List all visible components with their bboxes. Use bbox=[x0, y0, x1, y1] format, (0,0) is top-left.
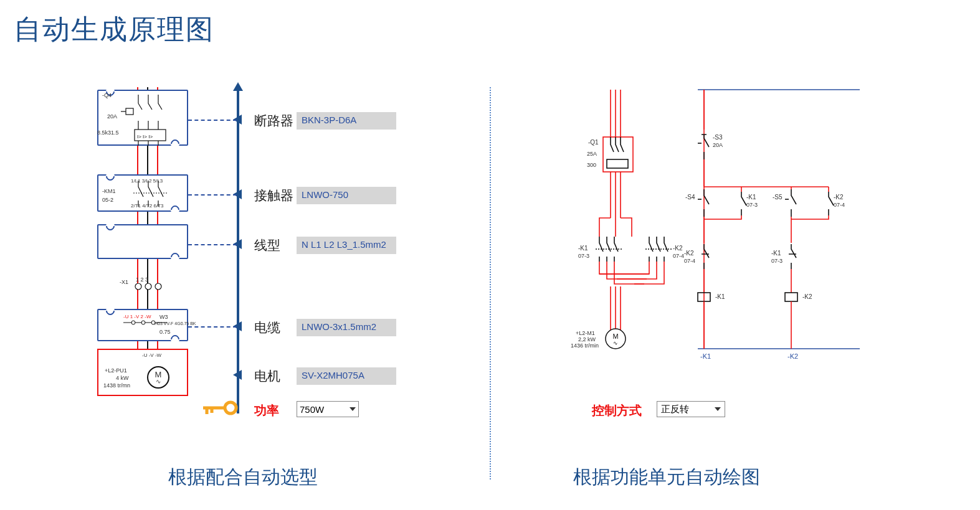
svg-text:07-3: 07-3 bbox=[746, 202, 758, 208]
connector-line bbox=[188, 194, 237, 196]
svg-text:I> I> I>: I> I> I> bbox=[137, 134, 153, 139]
terminal-pins: 1 2 3 bbox=[136, 276, 148, 283]
key-icon bbox=[201, 399, 238, 417]
svg-rect-16 bbox=[785, 293, 797, 301]
left-caption: 根据配合自动选型 bbox=[168, 465, 318, 490]
svg-text:1436 tr/min: 1436 tr/min bbox=[571, 342, 599, 349]
value-cable: LNWO-3x1.5mm2 bbox=[297, 319, 396, 336]
vertical-divider bbox=[490, 87, 491, 479]
svg-text:-Q1: -Q1 bbox=[588, 139, 599, 146]
svg-point-7 bbox=[141, 321, 145, 324]
svg-text:07-3: 07-3 bbox=[578, 253, 589, 259]
wiretype-symbol bbox=[97, 224, 188, 259]
right-caption: 根据功能单元自动绘图 bbox=[573, 465, 760, 490]
svg-text:-K2: -K2 bbox=[787, 352, 798, 360]
svg-text:-K2: -K2 bbox=[673, 245, 683, 252]
power-label: 功率 bbox=[254, 402, 279, 419]
motor-power: 4 kW bbox=[116, 375, 129, 381]
control-select[interactable]: 正反转 bbox=[657, 401, 725, 417]
label-motor: 电机 bbox=[254, 367, 280, 385]
terminal-symbol: -X1 1 2 3 bbox=[121, 279, 171, 294]
svg-text:07-4: 07-4 bbox=[684, 258, 695, 264]
svg-point-4 bbox=[145, 283, 151, 290]
svg-text:M: M bbox=[612, 333, 618, 340]
svg-rect-0 bbox=[126, 108, 133, 115]
contactor-symbol: -KM1 05-2 1/L1 3/L2 5/L3 2/T1 4/T2 6/T3 bbox=[97, 174, 188, 212]
tick-icon bbox=[233, 370, 242, 380]
connector-line bbox=[188, 326, 237, 328]
svg-rect-11 bbox=[607, 159, 628, 168]
svg-text:25A: 25A bbox=[587, 151, 597, 157]
cable-symbol: -U 1 -V 2 -W W3 H03 VV-F 4G0.75 BK 0.75 bbox=[97, 309, 188, 341]
svg-text:-K1: -K1 bbox=[700, 352, 711, 360]
motor-m: M bbox=[155, 371, 162, 379]
value-breaker: BKN-3P-D6A bbox=[297, 112, 396, 130]
power-select[interactable]: 750W bbox=[297, 401, 359, 417]
svg-text:-K2: -K2 bbox=[834, 194, 844, 201]
svg-point-6 bbox=[131, 321, 135, 324]
svg-text:+L2-M1: +L2-M1 bbox=[576, 330, 595, 336]
connector-line bbox=[188, 244, 237, 245]
svg-text:-K1: -K1 bbox=[771, 250, 781, 257]
svg-text:-S4: -S4 bbox=[685, 194, 695, 201]
svg-point-3 bbox=[135, 283, 141, 290]
connector-line bbox=[188, 120, 237, 121]
svg-text:-K1: -K1 bbox=[715, 293, 725, 300]
control-schematic: M ∿ bbox=[548, 87, 872, 374]
value-contactor: LNWO-750 bbox=[297, 187, 396, 204]
svg-text:300: 300 bbox=[587, 162, 596, 168]
svg-text:-K2: -K2 bbox=[802, 293, 812, 300]
svg-point-9 bbox=[225, 402, 236, 413]
svg-text:07-3: 07-3 bbox=[771, 258, 783, 264]
motor-icon: M ∿ bbox=[147, 366, 169, 389]
control-value: 正反转 bbox=[661, 404, 689, 415]
label-wiretype: 线型 bbox=[254, 237, 280, 254]
value-motor: SV-X2MH075A bbox=[297, 367, 396, 385]
svg-text:07-4: 07-4 bbox=[834, 202, 845, 208]
motor-ref: +L2-PU1 bbox=[105, 367, 127, 374]
axis-line bbox=[237, 90, 239, 413]
chevron-down-icon bbox=[350, 407, 356, 411]
label-contactor: 接触器 bbox=[254, 187, 293, 204]
label-cable: 电缆 bbox=[254, 319, 280, 336]
svg-point-8 bbox=[151, 321, 155, 324]
motor-symbol: +L2-PU1 4 kW 1438 tr/mn -U -V -W M ∿ bbox=[97, 349, 188, 396]
motor-terms: -U -V -W bbox=[142, 352, 161, 358]
svg-text:07-4: 07-4 bbox=[673, 253, 684, 259]
chevron-down-icon bbox=[715, 407, 721, 411]
label-breaker: 断路器 bbox=[254, 112, 293, 130]
motor-speed: 1438 tr/mn bbox=[103, 382, 130, 389]
svg-text:-S5: -S5 bbox=[773, 194, 783, 201]
power-value: 750W bbox=[300, 404, 324, 415]
left-panel: 断路器 BKN-3P-D6A -Q4 20A 8.5k31.5 I> I> I>… bbox=[93, 87, 442, 436]
value-wiretype: N L1 L2 L3_1.5mm2 bbox=[297, 237, 396, 254]
svg-text:-K1: -K1 bbox=[578, 245, 588, 252]
svg-text:∿: ∿ bbox=[613, 340, 618, 346]
terminal-ref: -X1 bbox=[120, 279, 128, 285]
svg-text:-K1: -K1 bbox=[746, 194, 756, 201]
svg-text:-K2: -K2 bbox=[684, 250, 694, 257]
svg-point-5 bbox=[155, 283, 161, 290]
axis-arrow-icon bbox=[233, 82, 243, 91]
page-title: 自动生成原理图 bbox=[14, 11, 214, 48]
motor-wave: ∿ bbox=[156, 379, 161, 385]
svg-text:-S3: -S3 bbox=[713, 134, 723, 141]
svg-text:20A: 20A bbox=[713, 142, 723, 148]
breaker-symbol: -Q4 20A 8.5k31.5 I> I> I> bbox=[97, 90, 188, 146]
svg-text:2,2 kW: 2,2 kW bbox=[578, 336, 596, 342]
control-label: 控制方式 bbox=[592, 402, 642, 419]
right-panel: M ∿ bbox=[517, 87, 953, 436]
